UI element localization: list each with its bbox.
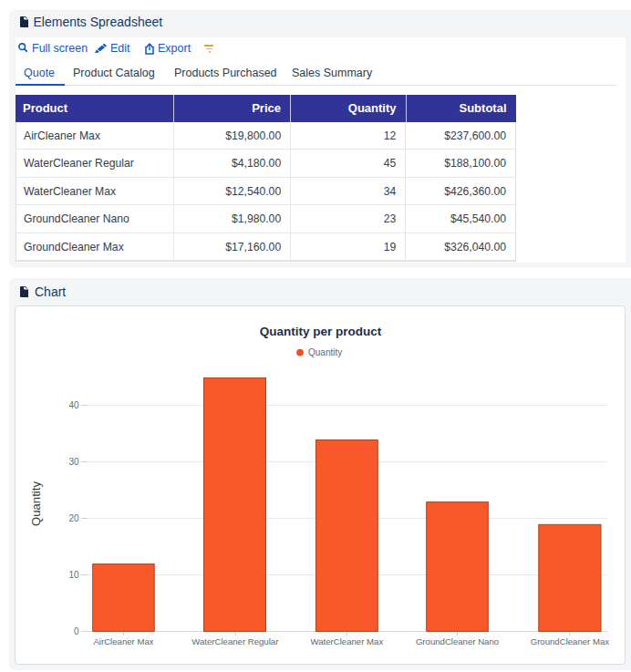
svg-text:AirCleaner Max: AirCleaner Max: [93, 636, 153, 646]
svg-text:40: 40: [68, 400, 79, 410]
svg-text:GroundCleaner Nano: GroundCleaner Nano: [416, 636, 499, 646]
svg-text:GroundCleaner Max: GroundCleaner Max: [531, 636, 610, 646]
svg-text:WaterCleaner Max: WaterCleaner Max: [311, 636, 384, 646]
svg-text:20: 20: [68, 513, 79, 523]
svg-text:Quantity per product: Quantity per product: [260, 325, 382, 338]
svg-text:Quantity: Quantity: [29, 481, 43, 527]
svg-text:30: 30: [68, 457, 79, 467]
svg-text:0: 0: [74, 626, 79, 636]
svg-text:Quantity: Quantity: [308, 347, 342, 357]
svg-text:10: 10: [68, 570, 79, 580]
svg-text:WaterCleaner Regular: WaterCleaner Regular: [191, 636, 279, 646]
